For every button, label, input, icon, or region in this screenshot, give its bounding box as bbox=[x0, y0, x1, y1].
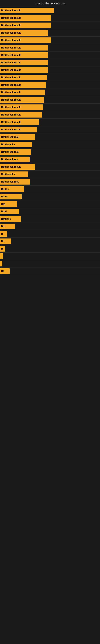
bars-container: Bottleneck resultBottleneck resultBottle… bbox=[0, 7, 100, 275]
bar-label-27: Bottl bbox=[1, 210, 7, 213]
bar-label-1: Bottleneck result bbox=[1, 16, 21, 19]
bar-label-7: Bottleneck result bbox=[1, 61, 21, 64]
bar-5[interactable]: Bottleneck result bbox=[0, 45, 48, 50]
bar-row: Bottleneck result bbox=[0, 118, 100, 126]
bar-0[interactable]: Bottleneck result bbox=[0, 8, 54, 13]
bar-label-13: Bottleneck result bbox=[1, 106, 21, 109]
bar-34[interactable] bbox=[0, 261, 2, 266]
bar-row: Bottleneck result bbox=[0, 29, 100, 37]
bar-row: Bot bbox=[0, 200, 100, 208]
bar-row: Bottlen bbox=[0, 186, 100, 193]
bar-28[interactable]: Bottlene bbox=[0, 216, 21, 222]
bar-1[interactable]: Bottleneck result bbox=[0, 15, 51, 21]
bar-label-24: Bottlen bbox=[1, 188, 9, 190]
bar-row: Bottleneck r bbox=[0, 171, 100, 178]
bar-row: Bottleneck result bbox=[0, 66, 100, 74]
bar-14[interactable]: Bottleneck result bbox=[0, 112, 42, 118]
site-title: TheBottlenecker.com bbox=[0, 0, 100, 7]
bar-row bbox=[0, 260, 100, 268]
bar-17[interactable]: Bottleneck resu bbox=[0, 134, 35, 140]
bar-row: Bottleneck r bbox=[0, 141, 100, 148]
bar-label-25: Bottle bbox=[1, 195, 8, 198]
bar-row: Bo bbox=[0, 268, 100, 275]
bar-18[interactable]: Bottleneck r bbox=[0, 142, 32, 147]
bar-label-15: Bottleneck result bbox=[1, 121, 21, 124]
bar-label-31: Bo bbox=[1, 240, 4, 243]
bar-label-11: Bottleneck result bbox=[1, 91, 21, 94]
bar-label-35: Bo bbox=[1, 270, 4, 272]
bar-24[interactable]: Bottlen bbox=[0, 186, 24, 192]
bar-row: Bo bbox=[0, 238, 100, 245]
bar-row: Bottleneck result bbox=[0, 74, 100, 81]
bar-row: Bottleneck result bbox=[0, 163, 100, 171]
bar-label-14: Bottleneck result bbox=[1, 113, 21, 116]
bar-20[interactable]: Bottleneck res bbox=[0, 156, 30, 162]
bar-label-0: Bottleneck result bbox=[1, 9, 21, 12]
bar-30[interactable]: B bbox=[0, 231, 7, 237]
bar-6[interactable]: Bottleneck result bbox=[0, 52, 48, 58]
bar-7[interactable]: Bottleneck result bbox=[0, 60, 48, 66]
bar-row: Bottleneck result bbox=[0, 104, 100, 111]
bar-label-10: Bottleneck result bbox=[1, 84, 21, 86]
bar-row: Bottleneck result bbox=[0, 111, 100, 118]
bar-label-4: Bottleneck result bbox=[1, 39, 21, 42]
bar-4[interactable]: Bottleneck result bbox=[0, 38, 51, 43]
bar-label-16: Bottleneck result bbox=[1, 128, 21, 131]
bar-16[interactable]: Bottleneck result bbox=[0, 127, 37, 132]
bar-2[interactable]: Bottleneck result bbox=[0, 22, 51, 28]
bar-row bbox=[0, 252, 100, 260]
bar-row: Bottl bbox=[0, 208, 100, 215]
bar-row: Bottleneck result bbox=[0, 81, 100, 89]
bar-row: Bottleneck result bbox=[0, 59, 100, 66]
bar-10[interactable]: Bottleneck result bbox=[0, 82, 46, 88]
bar-26[interactable]: Bot bbox=[0, 201, 17, 207]
bar-label-17: Bottleneck resu bbox=[1, 136, 19, 138]
bar-label-12: Bottleneck result bbox=[1, 98, 21, 101]
bar-row: Bottleneck result bbox=[0, 14, 100, 22]
bar-label-26: Bot bbox=[1, 203, 5, 206]
bar-row: Bottleneck result bbox=[0, 89, 100, 96]
bar-12[interactable]: Bottleneck result bbox=[0, 97, 44, 103]
bar-13[interactable]: Bottleneck result bbox=[0, 104, 43, 110]
bar-label-8: Bottleneck result bbox=[1, 69, 21, 72]
bar-32[interactable]: B bbox=[0, 246, 5, 252]
bar-3[interactable]: Bottleneck result bbox=[0, 30, 48, 36]
bar-row: Bottleneck resu bbox=[0, 134, 100, 141]
bar-row: Bottleneck result bbox=[0, 126, 100, 134]
bar-label-3: Bottleneck result bbox=[1, 32, 21, 34]
bar-label-22: Bottleneck r bbox=[1, 173, 15, 176]
bar-label-6: Bottleneck result bbox=[1, 54, 21, 56]
bar-27[interactable]: Bottl bbox=[0, 209, 19, 214]
bar-label-20: Bottleneck res bbox=[1, 158, 18, 161]
bar-22[interactable]: Bottleneck r bbox=[0, 172, 28, 177]
bar-label-28: Bottlene bbox=[1, 218, 11, 220]
bar-9[interactable]: Bottleneck result bbox=[0, 75, 47, 80]
bar-row: Bottleneck resu bbox=[0, 178, 100, 186]
bar-31[interactable]: Bo bbox=[0, 238, 11, 244]
bar-25[interactable]: Bottle bbox=[0, 194, 22, 200]
bar-19[interactable]: Bottleneck resu bbox=[0, 149, 31, 155]
bar-label-21: Bottleneck result bbox=[1, 166, 21, 168]
bar-35[interactable]: Bo bbox=[0, 268, 10, 274]
bar-row: Bottleneck result bbox=[0, 7, 100, 14]
bar-23[interactable]: Bottleneck resu bbox=[0, 179, 30, 184]
bar-21[interactable]: Bottleneck result bbox=[0, 164, 35, 170]
bar-15[interactable]: Bottleneck result bbox=[0, 119, 39, 125]
bar-row: B bbox=[0, 230, 100, 238]
bar-label-19: Bottleneck resu bbox=[1, 150, 19, 153]
bar-row: Bottleneck result bbox=[0, 22, 100, 29]
bar-row: Bottle bbox=[0, 193, 100, 200]
bar-33[interactable] bbox=[0, 253, 3, 259]
bar-label-23: Bottleneck resu bbox=[1, 180, 19, 183]
bar-row: Bottleneck result bbox=[0, 44, 100, 52]
bar-label-29: Bot bbox=[1, 225, 5, 228]
bar-29[interactable]: Bot bbox=[0, 224, 15, 229]
bar-label-2: Bottleneck result bbox=[1, 24, 21, 27]
bar-row: Bottlene bbox=[0, 215, 100, 223]
bar-label-9: Bottleneck result bbox=[1, 76, 21, 79]
bar-row: Bottleneck result bbox=[0, 37, 100, 44]
bar-8[interactable]: Bottleneck result bbox=[0, 67, 48, 73]
bar-label-32: B bbox=[1, 247, 3, 250]
bar-11[interactable]: Bottleneck result bbox=[0, 90, 45, 95]
bar-row: Bottleneck result bbox=[0, 52, 100, 59]
